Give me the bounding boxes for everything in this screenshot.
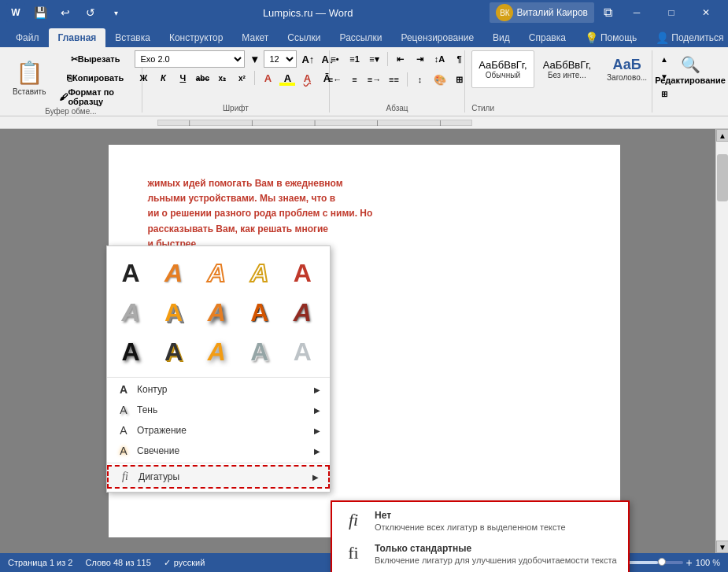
effect-1-3[interactable]: A	[198, 254, 235, 292]
numbered-list-button[interactable]: ≡1	[346, 50, 364, 68]
sort-button[interactable]: ↕A	[431, 50, 449, 68]
line-spacing-button[interactable]: ↕	[412, 71, 429, 88]
tab-mailings[interactable]: Рассылки	[331, 28, 392, 47]
menu-divider-1	[107, 377, 330, 378]
tab-view[interactable]: Вид	[483, 28, 519, 47]
lang-status: ✓ русский	[164, 558, 205, 568]
effect-3-1[interactable]: A	[112, 333, 150, 371]
effect-3-5[interactable]: A	[283, 333, 321, 371]
effect-2-4[interactable]: A	[241, 293, 279, 331]
effect-2-5[interactable]: A	[283, 293, 321, 331]
align-right-button[interactable]: ≡→	[366, 71, 383, 88]
effect-3-4[interactable]: A	[241, 333, 279, 371]
text-effects-button[interactable]: A	[259, 69, 276, 87]
glow-arrow: ▶	[314, 447, 320, 456]
scroll-down-button[interactable]: ▼	[716, 541, 728, 553]
tab-layout[interactable]: Макет	[232, 28, 278, 47]
effect-2-3[interactable]: A	[198, 293, 235, 331]
strikethrough-button[interactable]: abc	[194, 69, 211, 87]
redo-button[interactable]: ↺	[80, 2, 101, 23]
style-normal[interactable]: АаБбВвГг, Обычный	[471, 50, 534, 88]
align-left-button[interactable]: ≡←	[327, 71, 344, 88]
italic-button[interactable]: К	[154, 69, 172, 87]
effect-1-5[interactable]: A	[283, 254, 321, 292]
vertical-scrollbar[interactable]: ▲ ▼	[715, 129, 728, 553]
tab-review[interactable]: Рецензирование	[391, 28, 483, 47]
save-button[interactable]: 💾	[30, 2, 50, 23]
undo-button[interactable]: ↩	[55, 2, 76, 23]
clipboard-label: Буфер обме...	[45, 107, 96, 116]
zoom-in-button[interactable]: +	[686, 556, 693, 569]
effect-3-3[interactable]: A	[198, 333, 235, 371]
font-color-button[interactable]: А	[298, 69, 316, 87]
title-bar-title: Lumpics.ru — Word	[126, 7, 490, 19]
user-area[interactable]: ВК Виталий Каиров	[490, 2, 594, 23]
style-heading1-label: Заголово...	[607, 73, 647, 82]
subscript-button[interactable]: x₂	[213, 69, 231, 87]
word-icon[interactable]: W	[6, 3, 25, 22]
bold-button[interactable]: Ж	[135, 69, 152, 87]
page-status[interactable]: Страница 1 из 2	[8, 558, 72, 567]
editing-button[interactable]: 🔍 Редактирование	[659, 50, 722, 90]
paste-button[interactable]: 📋 Вставить	[6, 54, 52, 101]
effect-1-2[interactable]: A	[155, 254, 193, 292]
lig-none-title: Нет	[375, 510, 619, 521]
glow-menu-item[interactable]: A Свечение ▶	[107, 441, 330, 461]
shading-button[interactable]: 🎨	[431, 71, 449, 88]
glow-icon: A	[116, 444, 131, 458]
outline-menu-item[interactable]: A Контур ▶	[107, 379, 330, 400]
multilevel-list-button[interactable]: ≡▾	[366, 50, 383, 68]
font-family-select[interactable]: Exo 2.0	[135, 50, 245, 68]
effect-1-1[interactable]: A	[112, 254, 150, 292]
bullets-button[interactable]: ≡•	[327, 50, 344, 68]
ligature-submenu: fi Нет Отключение всех лигатур в выделен…	[331, 500, 630, 572]
ribbon-display-options[interactable]: ⧉	[597, 2, 618, 23]
effect-1-4[interactable]: A	[241, 254, 279, 292]
tab-home[interactable]: Главная	[49, 28, 106, 47]
highlight-button[interactable]: A	[279, 69, 296, 87]
format-painter-button[interactable]: 🖌 Формат по образцу	[55, 88, 135, 105]
reflection-icon: A	[116, 423, 131, 437]
tab-insert[interactable]: Вставка	[105, 28, 160, 47]
tab-share[interactable]: 👤Поделиться	[646, 28, 728, 47]
menu-divider-2	[107, 463, 330, 463]
style-heading1[interactable]: АаБ Заголово...	[600, 50, 654, 88]
font-size-select[interactable]: 12	[264, 50, 297, 68]
ruler-scale: | | | | |	[157, 120, 472, 126]
close-button[interactable]: ✕	[690, 0, 722, 25]
shadow-menu-item[interactable]: A Тень ▶	[107, 400, 330, 420]
tab-references[interactable]: Ссылки	[278, 28, 330, 47]
lig-standard-title: Только стандартные	[375, 543, 619, 554]
font-dialog-button[interactable]: ▾	[247, 50, 261, 68]
increase-indent-button[interactable]: ⇥	[412, 50, 429, 68]
scroll-up-button[interactable]: ▲	[716, 129, 728, 142]
decrease-indent-button[interactable]: ⇤	[392, 50, 409, 68]
ligature-menu-item[interactable]: fi Дигатуры ▶	[107, 465, 330, 489]
lig-standard[interactable]: fi Только стандартные Включение лигатур …	[332, 538, 628, 571]
lig-none[interactable]: fi Нет Отключение всех лигатур в выделен…	[332, 505, 628, 538]
tab-help[interactable]: Справка	[519, 28, 575, 47]
cut-button[interactable]: ✂ Вырезать	[55, 50, 135, 68]
effect-2-2[interactable]: A	[155, 293, 193, 331]
tab-design[interactable]: Конструктор	[160, 28, 232, 47]
reflection-menu-item[interactable]: A Отражение ▶	[107, 420, 330, 441]
underline-button[interactable]: Ч	[174, 69, 191, 87]
customize-qat-button[interactable]: ▾	[105, 2, 126, 23]
justify-button[interactable]: ≡≡	[386, 71, 403, 88]
align-center-button[interactable]: ≡	[346, 71, 364, 88]
tab-assist[interactable]: 💡Помощь	[575, 28, 646, 47]
word-count[interactable]: Слово 48 из 115	[85, 558, 150, 567]
effect-3-2[interactable]: A	[155, 333, 193, 371]
effect-2-1[interactable]: A	[112, 293, 150, 331]
lig-none-icon: fi	[342, 510, 365, 530]
zoom-handle[interactable]	[658, 558, 666, 566]
increase-font-button[interactable]: A↑	[299, 50, 316, 68]
scroll-thumb[interactable]	[717, 154, 728, 201]
maximize-button[interactable]: □	[656, 0, 687, 25]
zoom-level[interactable]: 100 %	[696, 558, 720, 567]
superscript-button[interactable]: x²	[233, 69, 250, 87]
tab-file[interactable]: Файл	[6, 28, 49, 47]
style-no-spacing[interactable]: АаБбВвГг, Без инте...	[536, 50, 598, 88]
minimize-button[interactable]: ─	[621, 0, 652, 25]
copy-button[interactable]: ⎘ Копировать	[55, 69, 135, 87]
